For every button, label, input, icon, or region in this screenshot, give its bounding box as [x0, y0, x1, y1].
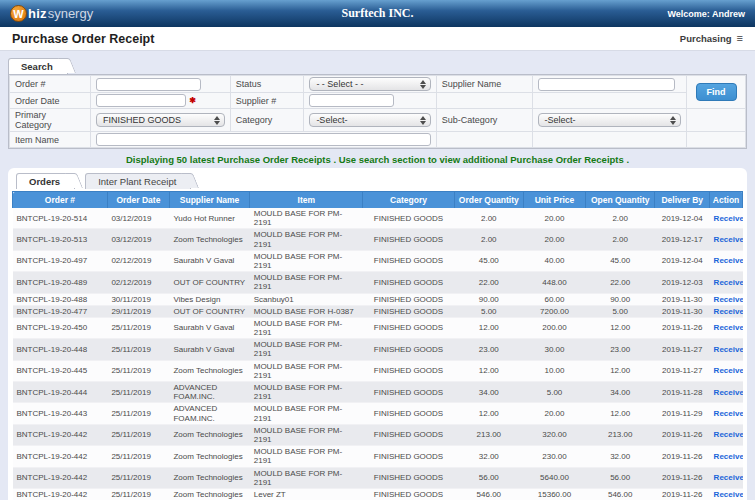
receive-link[interactable]: Receive [714, 307, 743, 316]
category-cell: FINISHED GOODS [363, 293, 454, 305]
unit-price-cell: 40.00 [523, 250, 585, 271]
table-row: BNTCPL-19-20-44325/11/2019ADVANCED FOAM.… [13, 403, 743, 424]
table-row: BNTCPL-19-20-48830/11/2019Vibes DesignSc… [13, 293, 743, 305]
order-date-cell: 25/11/2019 [107, 382, 169, 403]
category-select[interactable]: -Select- [309, 113, 430, 127]
empty-cell [687, 109, 746, 132]
item-name-field[interactable] [96, 133, 431, 146]
receive-link[interactable]: Receive [714, 409, 743, 418]
unit-price-cell: 320.00 [523, 424, 585, 445]
order-number-field[interactable] [96, 78, 201, 91]
receive-link[interactable]: Receive [714, 278, 743, 287]
empty-cell [687, 132, 746, 148]
open-quantity-cell: 2.00 [586, 208, 655, 229]
category-cell: FINISHED GOODS [363, 424, 454, 445]
purchase-order-receipt-page: W hiz synergy Surftech INC. Welcome: And… [0, 0, 755, 500]
item-cell: MOULD BASE FOR PM-2191 [250, 229, 363, 250]
required-icon: ✱ [189, 96, 196, 105]
deliver-by-cell: 2019-11-26 [655, 317, 710, 338]
column-header-supplier-name: Supplier Name [169, 192, 249, 209]
category-cell: FINISHED GOODS [363, 467, 454, 488]
receive-link[interactable]: Receive [714, 345, 743, 354]
receive-link[interactable]: Receive [714, 256, 743, 265]
order-quantity-cell: 2.00 [454, 208, 523, 229]
order-number-cell: BNTCPL-19-20-442 [13, 424, 108, 445]
table-row: BNTCPL-19-20-44225/11/2019Zoom Technolog… [13, 467, 743, 488]
deliver-by-cell: 2019-11-27 [655, 360, 710, 381]
open-quantity-cell: 32.00 [586, 446, 655, 467]
order-number-cell: BNTCPL-19-20-445 [13, 360, 108, 381]
order-quantity-cell: 12.00 [454, 360, 523, 381]
receive-link[interactable]: Receive [714, 452, 743, 461]
tab-inter-plant-receipt[interactable]: Inter Plant Receipt [85, 173, 191, 189]
unit-price-cell: 448.00 [523, 272, 585, 293]
open-quantity-cell: 546.00 [586, 488, 655, 500]
tab-orders[interactable]: Orders [16, 173, 75, 189]
find-button[interactable]: Find [696, 83, 737, 101]
receive-link[interactable]: Receive [714, 490, 743, 499]
page-title: Purchase Order Receipt [12, 32, 154, 46]
order-number-cell: BNTCPL-19-20-442 [13, 488, 108, 500]
order-number-label: Order # [10, 76, 91, 93]
orders-card: Orders Inter Plant Receipt Order #Order … [8, 168, 747, 500]
receive-link[interactable]: Receive [714, 473, 743, 482]
table-row: BNTCPL-19-20-44225/11/2019Zoom Technolog… [13, 488, 743, 500]
search-panel: Order # Status - - Select - - Supplier N… [8, 74, 747, 149]
supplier-name-field[interactable] [538, 78, 676, 91]
supplier-name-cell: OUT OF COUNTRY [169, 272, 249, 293]
table-row: BNTCPL-19-20-44425/11/2019ADVANCED FOAM.… [13, 382, 743, 403]
order-date-cell: 29/11/2019 [107, 305, 169, 317]
category-cell: FINISHED GOODS [363, 229, 454, 250]
deliver-by-cell: 2019-11-28 [655, 382, 710, 403]
logo-w-icon: W [10, 5, 27, 22]
open-quantity-cell: 34.00 [586, 382, 655, 403]
supplier-name-cell: Zoom Technologies [169, 424, 249, 445]
deliver-by-cell: 2019-11-26 [655, 424, 710, 445]
tab-slant-edge [181, 173, 199, 188]
status-select[interactable]: - - Select - - [309, 77, 430, 91]
deliver-by-cell: 2019-11-29 [655, 403, 710, 424]
receive-link[interactable]: Receive [714, 295, 743, 304]
supplier-number-field[interactable] [309, 94, 394, 107]
orders-table-body: BNTCPL-19-20-51403/12/2019Yudo Hot Runne… [13, 208, 743, 500]
empty-cell [436, 132, 532, 148]
orders-table-header: Order #Order DateSupplier NameItemCatego… [13, 192, 743, 209]
order-date-field[interactable] [96, 94, 186, 107]
tab-search[interactable]: Search [8, 58, 68, 74]
category-cell: FINISHED GOODS [363, 446, 454, 467]
order-date-cell: 25/11/2019 [107, 467, 169, 488]
action-cell: Receive [710, 424, 743, 445]
order-quantity-cell: 45.00 [454, 250, 523, 271]
category-cell: FINISHED GOODS [363, 382, 454, 403]
item-cell: MOULD BASE FOR PM-2191 [250, 403, 363, 424]
receive-link[interactable]: Receive [714, 366, 743, 375]
order-number-cell: BNTCPL-19-20-450 [13, 317, 108, 338]
category-cell: FINISHED GOODS [363, 339, 454, 360]
order-number-cell: BNTCPL-19-20-442 [13, 467, 108, 488]
deliver-by-cell: 2019-11-30 [655, 293, 710, 305]
receive-link[interactable]: Receive [714, 388, 743, 397]
receive-link[interactable]: Receive [714, 430, 743, 439]
receive-link[interactable]: Receive [714, 323, 743, 332]
sub-category-select[interactable]: -Select- [538, 113, 682, 127]
order-quantity-cell: 12.00 [454, 317, 523, 338]
purchasing-menu[interactable]: Purchasing ≡ [680, 33, 743, 44]
category-cell: FINISHED GOODS [363, 208, 454, 229]
unit-price-cell: 230.00 [523, 446, 585, 467]
action-cell: Receive [710, 317, 743, 338]
table-row: BNTCPL-19-20-44825/11/2019Saurabh V Gava… [13, 339, 743, 360]
column-header-action: Action [710, 192, 743, 209]
table-row: BNTCPL-19-20-45025/11/2019Saurabh V Gava… [13, 317, 743, 338]
category-cell: FINISHED GOODS [363, 250, 454, 271]
empty-cell [436, 93, 532, 109]
supplier-name-cell: Zoom Technologies [169, 360, 249, 381]
whizsynergy-logo[interactable]: W hiz synergy [10, 5, 93, 22]
action-cell: Receive [710, 446, 743, 467]
table-row: BNTCPL-19-20-48902/12/2019OUT OF COUNTRY… [13, 272, 743, 293]
order-date-cell: 25/11/2019 [107, 488, 169, 500]
receive-link[interactable]: Receive [714, 214, 743, 223]
primary-category-select[interactable]: FINISHED GOODS [96, 113, 225, 127]
receive-link[interactable]: Receive [714, 235, 743, 244]
deliver-by-cell: 2019-12-04 [655, 208, 710, 229]
tab-slant-edge [58, 58, 76, 73]
